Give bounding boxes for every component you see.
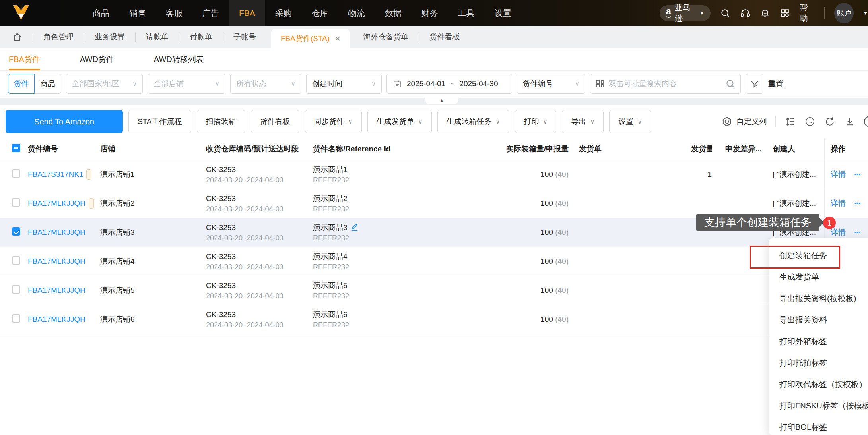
headset-icon[interactable] <box>740 8 750 19</box>
subtab-fba-shipments[interactable]: FBA货件 <box>9 48 40 70</box>
subtab-awd-shipments[interactable]: AWD货件 <box>80 48 114 70</box>
nav-item-purchase[interactable]: 采购 <box>265 0 302 26</box>
tab-shipment-board[interactable]: 货件看板 <box>419 32 470 42</box>
menu-item-create-packing-task[interactable]: 创建装箱任务 <box>769 245 868 266</box>
marketplace-switcher[interactable]: a 亚马逊 ▼ <box>660 5 711 21</box>
shipment-id-link[interactable]: FBA17MLKJJQH <box>28 286 85 295</box>
search-icon[interactable] <box>720 8 730 19</box>
shipment-board-button[interactable]: 货件看板 <box>251 110 299 133</box>
search-submit-icon[interactable] <box>725 79 736 89</box>
nav-item-service[interactable]: 客服 <box>156 0 192 26</box>
print-dropdown[interactable]: 打印 ∨ <box>515 110 557 133</box>
row-checkbox-checked[interactable] <box>12 227 20 236</box>
menu-item-print-pallet-label[interactable]: 打印托拍标签 <box>769 352 868 373</box>
table-row[interactable]: FBA17MLKJJQH 演示店铺4 CK-3253 2024-03-20~20… <box>0 247 868 276</box>
settings-dropdown[interactable]: 设置 ∨ <box>609 110 651 133</box>
edit-pencil-icon[interactable] <box>351 223 359 232</box>
country-select[interactable]: 全部国家/地区 ∨ <box>66 74 143 94</box>
menu-item-generate-shipping-order[interactable]: 生成发货单 <box>769 266 868 288</box>
customize-columns-icon[interactable] <box>721 116 732 127</box>
nav-item-warehouse[interactable]: 仓库 <box>302 0 338 26</box>
nav-item-logistics[interactable]: 物流 <box>338 0 375 26</box>
type-option-product[interactable]: 商品 <box>35 74 61 94</box>
account-avatar[interactable]: 账户 <box>834 3 854 23</box>
search-field-select[interactable]: 货件编号 ∨ <box>517 74 585 94</box>
nav-item-settings[interactable]: 设置 <box>485 0 521 26</box>
customize-columns-button[interactable]: 自定义列 <box>736 116 767 127</box>
tab-sub-accounts[interactable]: 子账号 <box>223 32 266 42</box>
copy-icon[interactable] <box>89 198 94 209</box>
generate-packing-task-dropdown[interactable]: 生成装箱任务 ∨ <box>437 110 509 133</box>
tab-business-settings[interactable]: 业务设置 <box>84 32 135 42</box>
tab-fba-shipments-active[interactable]: FBA货件(STA) × <box>271 29 350 48</box>
tab-payment-orders[interactable]: 付款单 <box>179 32 223 42</box>
table-row[interactable]: FBA17S317NK1 演示店铺1 CK-3253 2024-03-20~20… <box>0 160 868 189</box>
shipment-id-link[interactable]: FBA17S317NK1 <box>28 170 83 179</box>
help-question-icon[interactable]: ? <box>864 116 868 127</box>
nav-item-finance[interactable]: 财务 <box>412 0 448 26</box>
sta-workflow-button[interactable]: STA工作流程 <box>128 110 191 133</box>
menu-item-export-customs[interactable]: 导出报关资料 <box>769 309 868 331</box>
nav-item-data[interactable]: 数据 <box>375 0 412 26</box>
row-checkbox[interactable] <box>12 285 20 294</box>
shipment-id-link[interactable]: FBA17MLKJJQH <box>28 315 85 324</box>
advanced-filter-button[interactable] <box>746 74 763 94</box>
scan-packing-button[interactable]: 扫描装箱 <box>197 110 245 133</box>
row-checkbox[interactable] <box>12 314 20 323</box>
nav-item-fba[interactable]: FBA <box>229 0 265 26</box>
shipment-id-link[interactable]: FBA17MLKJJQH <box>28 228 85 237</box>
tab-role-management[interactable]: 角色管理 <box>33 32 84 42</box>
export-dropdown[interactable]: 导出 ∨ <box>562 110 604 133</box>
help-link[interactable]: 帮助 <box>800 2 815 24</box>
menu-item-print-fnsku-label[interactable]: 打印FNSKU标签（按模板） <box>769 395 868 416</box>
collapse-filters-handle[interactable]: ▲ <box>425 98 458 104</box>
menu-item-print-eu-rep-label[interactable]: 打印欧代标签（按模板） <box>769 373 868 395</box>
bell-icon[interactable] <box>760 8 770 19</box>
table-row[interactable]: FBA17MLKJJQH 演示店铺5 CK-3253 2024-03-20~20… <box>0 276 868 305</box>
tab-request-orders[interactable]: 请款单 <box>136 32 179 42</box>
download-icon[interactable] <box>844 116 855 127</box>
generate-shipping-order-dropdown[interactable]: 生成发货单 ∨ <box>367 110 432 133</box>
close-icon[interactable]: × <box>335 34 340 43</box>
row-checkbox[interactable] <box>12 256 20 265</box>
menu-item-print-carton-label[interactable]: 打印外箱标签 <box>769 331 868 352</box>
date-type-select[interactable]: 创建时间 ∨ <box>306 74 382 94</box>
send-to-amazon-button[interactable]: Send To Amazon <box>6 110 123 133</box>
select-all-checkbox[interactable] <box>12 144 20 152</box>
reset-filters-button[interactable]: 重置 <box>768 79 783 89</box>
search-input[interactable] <box>609 79 721 88</box>
store-select[interactable]: 全部店铺 ∨ <box>148 74 225 94</box>
menu-item-export-customs-template[interactable]: 导出报关资料(按模板) <box>769 288 868 309</box>
nav-item-ads[interactable]: 广告 <box>192 0 229 26</box>
history-clock-icon[interactable] <box>804 116 816 127</box>
detail-link[interactable]: 详情 <box>831 198 846 209</box>
date-range-picker[interactable]: 2025-04-01 ~ 2025-04-30 <box>386 74 512 94</box>
type-option-shipment[interactable]: 货件 <box>8 74 35 94</box>
app-logo-icon[interactable] <box>12 3 30 23</box>
sync-shipment-dropdown[interactable]: 同步货件 ∨ <box>305 110 362 133</box>
home-icon[interactable] <box>12 32 22 42</box>
more-actions-icon[interactable]: ••• <box>854 230 861 235</box>
account-caret-down-icon[interactable]: ▼ <box>863 10 868 16</box>
detail-link[interactable]: 详情 <box>831 169 846 180</box>
shipment-id-link[interactable]: FBA17MLKJJQH <box>28 199 85 208</box>
row-height-icon[interactable] <box>785 116 796 127</box>
tab-overseas-stock-orders[interactable]: 海外仓备货单 <box>353 32 419 42</box>
row-checkbox[interactable] <box>12 198 20 207</box>
more-actions-icon[interactable]: ••• <box>854 172 861 177</box>
apps-grid-icon[interactable] <box>780 8 790 19</box>
more-actions-icon[interactable]: ••• <box>854 201 861 206</box>
copy-icon[interactable] <box>86 169 91 180</box>
subtab-awd-transfer-list[interactable]: AWD转移列表 <box>154 48 204 70</box>
nav-item-products[interactable]: 商品 <box>83 0 119 26</box>
row-checkbox[interactable] <box>12 169 20 178</box>
batch-search-icon[interactable] <box>595 79 605 89</box>
detail-link[interactable]: 详情 <box>831 227 846 238</box>
nav-item-tools[interactable]: 工具 <box>448 0 485 26</box>
nav-item-sales[interactable]: 销售 <box>119 0 156 26</box>
status-select[interactable]: 所有状态 ∨ <box>230 74 301 94</box>
table-row[interactable]: FBA17MLKJJQH 演示店铺6 CK-3253 2024-03-20~20… <box>0 305 868 334</box>
menu-item-print-bol-label[interactable]: 打印BOL标签 <box>769 416 868 435</box>
refresh-icon[interactable] <box>824 116 835 127</box>
shipment-id-link[interactable]: FBA17MLKJJQH <box>28 257 85 266</box>
